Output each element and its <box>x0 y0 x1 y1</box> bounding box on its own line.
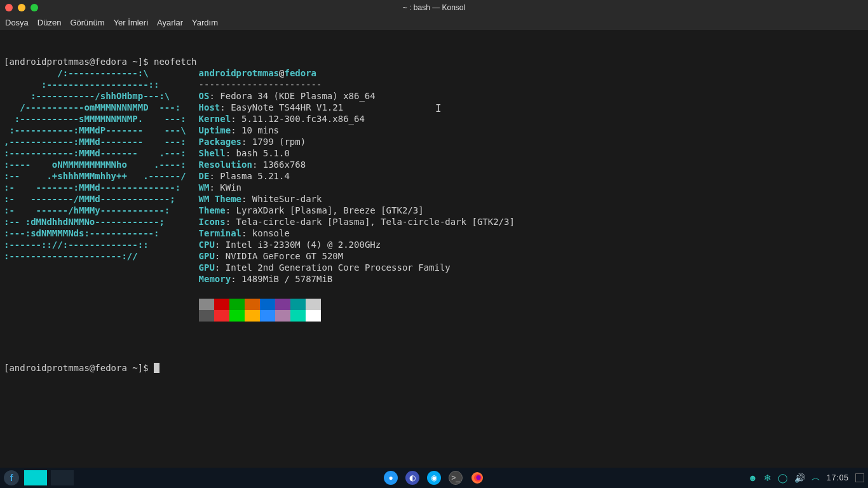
chevron-up-icon[interactable]: ︿ <box>811 472 820 484</box>
network-icon[interactable]: ◯ <box>778 473 788 483</box>
app-launcher-2[interactable]: ◐ <box>405 471 419 485</box>
show-desktop-button[interactable] <box>855 473 864 482</box>
taskbar-center: ● ◐ ◉ >_ <box>384 471 484 485</box>
svg-point-2 <box>476 475 480 480</box>
app-launcher-3[interactable]: ◉ <box>427 471 441 485</box>
color-swatch <box>214 299 229 310</box>
color-swatch <box>199 299 214 310</box>
minimize-icon[interactable] <box>18 4 25 11</box>
color-swatch <box>245 299 260 310</box>
app-konsole[interactable]: >_ <box>449 471 463 485</box>
neofetch-output: /:-------------:\ :-------------------::… <box>4 67 864 322</box>
firefox-icon <box>471 471 484 484</box>
task-virtual-desktop[interactable] <box>51 470 74 485</box>
color-palette-row2 <box>199 310 515 322</box>
color-palette-row1 <box>199 299 515 310</box>
color-swatch <box>290 310 306 322</box>
menu-view[interactable]: Görünüm <box>70 18 104 27</box>
color-swatch <box>229 310 245 322</box>
prompt-line-1: [androidprotmmas@fedora ~]$ neofetch <box>4 57 196 67</box>
menu-settings[interactable]: Ayarlar <box>157 18 183 27</box>
menu-file[interactable]: Dosya <box>5 18 29 27</box>
color-swatch <box>275 310 290 322</box>
color-swatch <box>229 299 245 310</box>
window-titlebar: ~ : bash — Konsol <box>0 0 868 15</box>
system-info: androidprotmmas@fedora -----------------… <box>199 67 515 322</box>
color-swatch <box>260 299 275 310</box>
terminal-cursor <box>154 363 159 373</box>
menubar: Dosya Düzen Görünüm Yer İmleri Ayarlar Y… <box>0 15 868 30</box>
tray-icon-2[interactable]: ❄ <box>764 473 771 483</box>
menu-bookmarks[interactable]: Yer İmleri <box>114 18 148 27</box>
start-menu-button[interactable]: f <box>4 470 19 485</box>
menu-edit[interactable]: Düzen <box>37 18 62 27</box>
taskbar-left: f <box>4 470 74 485</box>
close-icon[interactable] <box>5 4 13 11</box>
menu-help[interactable]: Yardım <box>192 18 218 27</box>
window-title: ~ : bash — Konsol <box>403 3 465 12</box>
volume-icon[interactable]: 🔊 <box>794 473 805 483</box>
ascii-logo: /:-------------:\ :-------------------::… <box>4 67 186 322</box>
color-swatch <box>290 299 306 310</box>
clock[interactable]: 17:05 <box>827 473 849 482</box>
color-swatch <box>245 310 260 322</box>
prompt-line-2: [androidprotmmas@fedora ~]$ <box>4 363 154 373</box>
text-cursor-icon: I <box>435 103 442 114</box>
color-swatch <box>199 310 214 322</box>
taskbar: f ● ◐ ◉ >_ ☻ ❄ ◯ 🔊 ︿ 17:05 <box>0 468 868 488</box>
system-tray: ☻ ❄ ◯ 🔊 ︿ 17:05 <box>748 472 864 484</box>
window-controls <box>5 4 38 11</box>
color-swatch <box>260 310 275 322</box>
fedora-logo-icon: f <box>10 473 13 483</box>
terminal-output[interactable]: I [androidprotmmas@fedora ~]$ neofetch /… <box>0 30 868 468</box>
color-swatch <box>275 299 290 310</box>
app-firefox[interactable] <box>470 471 484 485</box>
color-swatch <box>214 310 229 322</box>
task-active-window[interactable] <box>24 470 47 485</box>
color-swatch <box>306 299 321 310</box>
tray-icon-1[interactable]: ☻ <box>748 473 757 483</box>
maximize-icon[interactable] <box>31 4 38 11</box>
app-launcher-1[interactable]: ● <box>384 471 398 485</box>
color-swatch <box>306 310 321 322</box>
